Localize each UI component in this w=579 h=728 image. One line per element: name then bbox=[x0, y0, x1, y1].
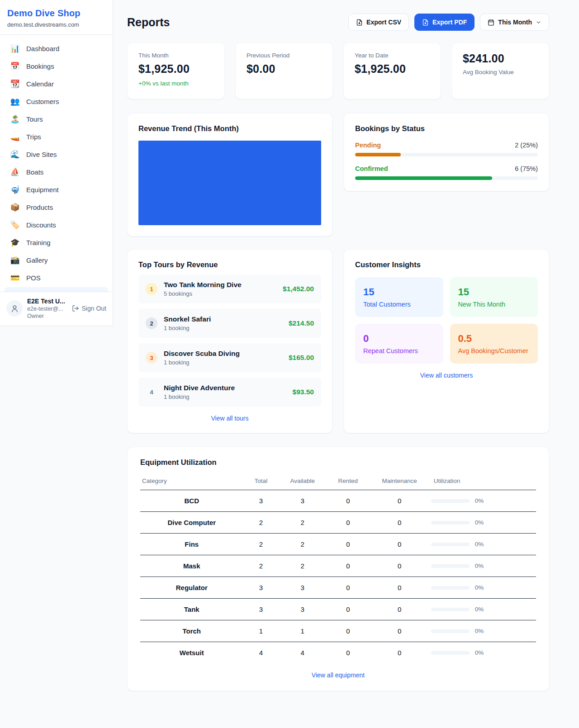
calendar-icon bbox=[488, 19, 494, 26]
export-pdf-button[interactable]: Export PDF bbox=[414, 14, 475, 31]
equipment-utilization: 0% bbox=[429, 620, 536, 642]
utilization-text: 0% bbox=[475, 606, 484, 613]
tour-rank-badge: 2 bbox=[146, 317, 157, 329]
training-icon: 🎓 bbox=[10, 239, 20, 246]
customers-icon: 👥 bbox=[10, 98, 20, 105]
discounts-icon: 🏷️ bbox=[10, 221, 20, 229]
stat-card-year-to-date: Year to Date $1,925.00 bbox=[343, 43, 441, 99]
shop-name: Demo Dive Shop bbox=[7, 8, 105, 19]
revenue-trend-card: Revenue Trend (This Month) bbox=[127, 113, 332, 236]
equipment-rented: 0 bbox=[326, 534, 370, 555]
equipment-utilization: 0% bbox=[429, 642, 536, 664]
stat-label: Year to Date bbox=[355, 52, 430, 59]
sidebar-item-customers[interactable]: 👥 Customers bbox=[5, 93, 107, 110]
period-label: This Month bbox=[498, 19, 532, 26]
equipment-available: 2 bbox=[279, 534, 326, 555]
trips-icon: 🚤 bbox=[10, 133, 20, 141]
equipment-maintenance: 0 bbox=[370, 555, 429, 577]
tour-name: Night Dive Adventure bbox=[164, 384, 286, 392]
equipment-available: 1 bbox=[279, 620, 326, 642]
sidebar-item-pos[interactable]: 💳 POS bbox=[5, 269, 107, 286]
insight-value: 15 bbox=[458, 286, 530, 298]
sidebar-item-gallery[interactable]: 📸 Gallery bbox=[5, 252, 107, 269]
charts-row: Revenue Trend (This Month) Bookings by S… bbox=[127, 113, 549, 236]
insight-label: New This Month bbox=[458, 301, 530, 308]
stat-value: $1,925.00 bbox=[355, 62, 430, 76]
pos-icon: 💳 bbox=[10, 274, 20, 282]
sidebar-item-products[interactable]: 📦 Products bbox=[5, 199, 107, 216]
export-csv-button[interactable]: Export CSV bbox=[348, 14, 409, 31]
insight-value: 15 bbox=[363, 286, 435, 298]
col-available: Available bbox=[279, 473, 326, 490]
sidebar-item-calendar[interactable]: 📆 Calendar bbox=[5, 76, 107, 92]
col-maintenance: Maintenance bbox=[370, 473, 429, 490]
equipment-maintenance: 0 bbox=[370, 490, 429, 512]
sign-out-button[interactable]: Sign Out bbox=[72, 305, 106, 312]
equipment-row: Mask 2 2 0 0 0% bbox=[140, 555, 536, 577]
file-download-icon bbox=[422, 19, 429, 26]
equipment-total: 3 bbox=[243, 490, 279, 512]
utilization-text: 0% bbox=[475, 541, 484, 548]
sidebar-item-tours[interactable]: 🏝️ Tours bbox=[5, 111, 107, 128]
equipment-total: 3 bbox=[243, 577, 279, 599]
equipment-category: Dive Computer bbox=[140, 512, 243, 534]
equipment-category: Mask bbox=[140, 555, 243, 577]
equipment-category: BCD bbox=[140, 490, 243, 512]
view-all-customers-link[interactable]: View all customers bbox=[355, 372, 538, 379]
products-icon: 📦 bbox=[10, 203, 20, 211]
equipment-utilization-title: Equipment Utilization bbox=[140, 458, 536, 467]
insight-tile: 15 Total Customers bbox=[355, 277, 443, 317]
user-email: e2e-tester@... bbox=[27, 306, 67, 312]
sign-out-label: Sign Out bbox=[82, 305, 106, 312]
equipment-available: 2 bbox=[279, 555, 326, 577]
status-label: Pending bbox=[355, 142, 381, 149]
stat-card-previous-period: Previous Period $0.00 bbox=[235, 43, 333, 99]
tour-name: Snorkel Safari bbox=[164, 315, 282, 323]
tour-bookings: 1 booking bbox=[164, 325, 282, 331]
insight-label: Avg Bookings/Customer bbox=[458, 347, 530, 355]
equipment-rented: 0 bbox=[326, 555, 370, 577]
customer-insights-title: Customer Insights bbox=[355, 260, 538, 269]
sidebar-item-bookings[interactable]: 📅 Bookings bbox=[5, 58, 107, 75]
user-name: E2E Test U... bbox=[27, 298, 67, 305]
equipment-row: Tank 3 3 0 0 0% bbox=[140, 599, 536, 620]
utilization-text: 0% bbox=[475, 497, 484, 504]
stat-value: $241.00 bbox=[463, 52, 538, 65]
insight-label: Total Customers bbox=[363, 301, 435, 308]
equipment-rented: 0 bbox=[326, 490, 370, 512]
utilization-bar bbox=[431, 521, 470, 525]
equipment-row: Fins 2 2 0 0 0% bbox=[140, 534, 536, 555]
view-all-tours-link[interactable]: View all tours bbox=[138, 415, 321, 422]
equipment-utilization: 0% bbox=[429, 577, 536, 599]
tour-row: 3 Discover Scuba Diving 1 booking $165.0… bbox=[138, 343, 321, 372]
view-all-equipment-link[interactable]: View all equipment bbox=[140, 671, 536, 679]
sidebar-item-discounts[interactable]: 🏷️ Discounts bbox=[5, 217, 107, 233]
period-dropdown[interactable]: This Month bbox=[480, 14, 549, 31]
sidebar-item-equipment[interactable]: 🤿 Equipment bbox=[5, 181, 107, 198]
nav-active-item-partial[interactable] bbox=[5, 287, 108, 292]
avatar bbox=[6, 300, 23, 317]
equipment-total: 1 bbox=[243, 620, 279, 642]
equipment-utilization: 0% bbox=[429, 599, 536, 620]
equipment-rented: 0 bbox=[326, 512, 370, 534]
equipment-rented: 0 bbox=[326, 642, 370, 664]
utilization-bar bbox=[431, 651, 470, 655]
sidebar-item-dashboard[interactable]: 📊 Dashboard bbox=[5, 40, 107, 57]
user-info: E2E Test U... e2e-tester@... Owner bbox=[27, 298, 67, 319]
status-bar-track bbox=[355, 153, 538, 156]
sidebar-item-dive-sites[interactable]: 🌊 Dive Sites bbox=[5, 146, 107, 163]
equipment-total: 2 bbox=[243, 555, 279, 577]
equipment-table-header: Category Total Available Rented Maintena… bbox=[140, 473, 536, 490]
sidebar-item-trips[interactable]: 🚤 Trips bbox=[5, 128, 107, 145]
insight-tile: 15 New This Month bbox=[450, 277, 538, 317]
status-label: Confirmed bbox=[355, 165, 388, 172]
equipment-row: Torch 1 1 0 0 0% bbox=[140, 620, 536, 642]
sidebar-item-training[interactable]: 🎓 Training bbox=[5, 234, 107, 251]
person-icon bbox=[10, 304, 19, 313]
equipment-utilization: 0% bbox=[429, 512, 536, 534]
sidebar-item-boats[interactable]: ⛵ Boats bbox=[5, 164, 107, 180]
dive-sites-icon: 🌊 bbox=[10, 151, 20, 158]
revenue-trend-chart bbox=[138, 141, 321, 225]
header-actions: Export CSV Export PDF This Month bbox=[348, 14, 549, 31]
col-total: Total bbox=[243, 473, 279, 490]
